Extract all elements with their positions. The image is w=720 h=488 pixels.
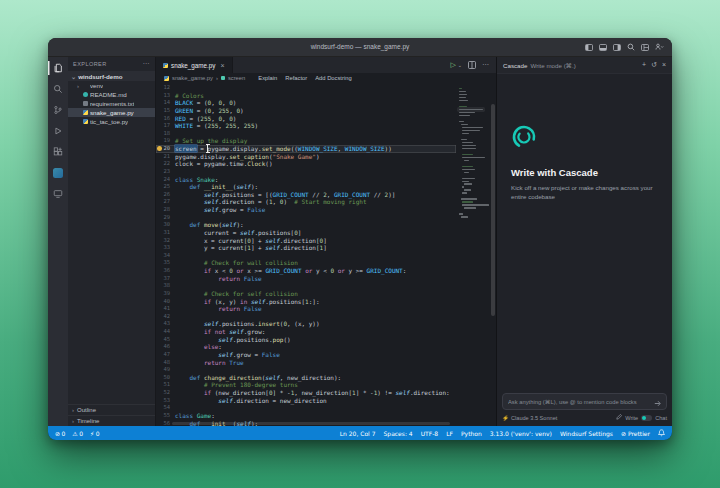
editor-more-actions-icon[interactable]: ⋯ <box>482 61 489 69</box>
code-line-13[interactable]: 13# Colors <box>156 92 456 100</box>
status-utf-8[interactable]: UTF-8 <box>421 430 439 437</box>
explorer-more-actions-icon[interactable]: ⋯ <box>143 60 150 68</box>
code-line-26[interactable]: 26 self.positions = [(GRID_COUNT // 2, G… <box>156 191 456 199</box>
code-editor[interactable]: 12 13# Colors14BLACK = (0, 0, 0)15GREEN … <box>156 83 496 426</box>
code-line-35[interactable]: 35 # Check for wall collision <box>156 259 456 267</box>
status-lf[interactable]: LF <box>446 430 453 437</box>
explorer-icon[interactable] <box>48 61 68 75</box>
code-line-17[interactable]: 17WHITE = (255, 255, 255) <box>156 122 456 130</box>
status-3-13-0-venv-venv[interactable]: 3.13.0 ('venv': venv) <box>490 430 552 437</box>
code-line-42[interactable]: 42 <box>156 313 456 321</box>
code-line-41[interactable]: 41 return False <box>156 305 456 313</box>
status-warnings[interactable]: ⚠0 <box>72 430 83 437</box>
code-line-16[interactable]: 16RED = (255, 0, 0) <box>156 115 456 123</box>
code-line-48[interactable]: 48 return True <box>156 359 456 367</box>
file-item-snake_game.py[interactable]: snake_game.py <box>68 108 155 117</box>
code-line-12[interactable]: 12 <box>156 84 456 92</box>
code-line-14[interactable]: 14BLACK = (0, 0, 0) <box>156 99 456 107</box>
cascade-new-chat-icon[interactable]: + <box>642 61 646 69</box>
write-mode-label[interactable]: Write <box>625 415 638 421</box>
code-line-37[interactable]: 37 return False <box>156 275 456 283</box>
code-line-25[interactable]: 25 def __init__(self): <box>156 183 456 191</box>
workspace-root-folder[interactable]: ⌄ windsurf-demo <box>68 71 155 81</box>
status-windsurf-settings[interactable]: Windsurf Settings <box>560 430 613 437</box>
status-prettier[interactable]: ⊘ Prettier <box>621 430 650 437</box>
code-line-45[interactable]: 45 self.positions.pop() <box>156 336 456 344</box>
run-debug-icon[interactable] <box>48 124 68 138</box>
chat-mode-label[interactable]: Chat <box>655 415 667 421</box>
code-line-39[interactable]: 39 # Check for self collision <box>156 290 456 298</box>
lens-action-add-docstring[interactable]: Add Docstring <box>315 75 351 81</box>
file-item-venv[interactable]: ›venv <box>68 81 155 90</box>
split-editor-icon[interactable] <box>468 61 476 70</box>
code-line-44[interactable]: 44 if not self.grow: <box>156 328 456 336</box>
code-line-36[interactable]: 36 if x < 0 or x >= GRID_COUNT or y < 0 … <box>156 267 456 275</box>
code-line-49[interactable]: 49 <box>156 366 456 374</box>
code-line-50[interactable]: 50 def change_direction(self, new_direct… <box>156 374 456 382</box>
lightbulb-icon[interactable] <box>157 146 162 151</box>
code-line-23[interactable]: 23 <box>156 168 456 176</box>
code-line-20[interactable]: 20screen = pygame.display.set_mode((WIND… <box>156 145 456 153</box>
search-icon[interactable] <box>627 43 635 51</box>
code-line-21[interactable]: 21pygame.display.set_caption("Snake Game… <box>156 153 456 161</box>
lens-action-refactor[interactable]: Refactor <box>285 75 307 81</box>
code-line-30[interactable]: 30 def move(self): <box>156 221 456 229</box>
lens-action-explain[interactable]: Explain <box>258 75 277 81</box>
code-line-28[interactable]: 28 self.grow = False <box>156 206 456 214</box>
customize-layout-icon[interactable] <box>641 44 649 51</box>
model-selector[interactable]: ⚡ Claude 3.5 Sonnet <box>502 415 557 421</box>
mode-toggle[interactable] <box>641 415 652 421</box>
code-line-33[interactable]: 33 y = current[1] + self.direction[1] <box>156 244 456 252</box>
code-line-22[interactable]: 22clock = pygame.time.Clock() <box>156 160 456 168</box>
code-line-15[interactable]: 15GREEN = (0, 255, 0) <box>156 107 456 115</box>
cascade-input[interactable]: Ask anything (⌘L), use @ to mention code… <box>502 393 667 410</box>
code-line-31[interactable]: 31 current = self.positions[0] <box>156 229 456 237</box>
status-errors[interactable]: ⊘0 <box>55 430 65 437</box>
status-ln-20-col-7[interactable]: Ln 20, Col 7 <box>340 430 376 437</box>
code-line-24[interactable]: 24class Snake: <box>156 176 456 184</box>
file-item-requirements.txt[interactable]: requirements.txt <box>68 99 155 108</box>
code-line-52[interactable]: 52 if (new_direction[0] * -1, new_direct… <box>156 389 456 397</box>
account-menu-icon[interactable] <box>655 43 664 51</box>
code-line-51[interactable]: 51 # Prevent 180-degree turns <box>156 381 456 389</box>
extensions-icon[interactable] <box>48 145 68 159</box>
source-control-icon[interactable] <box>48 103 68 117</box>
run-dropdown-icon[interactable]: ⌄ <box>458 62 462 68</box>
minimap[interactable] <box>459 85 489 219</box>
code-line-27[interactable]: 27 self.direction = (1, 0) # Start movin… <box>156 198 456 206</box>
code-line-54[interactable]: 54 <box>156 404 456 412</box>
code-line-43[interactable]: 43 self.positions.insert(0, (x, y)) <box>156 320 456 328</box>
cascade-history-icon[interactable]: ↺ <box>651 61 657 69</box>
vertical-scrollbar[interactable] <box>491 83 495 426</box>
section-outline[interactable]: ›Outline <box>68 404 155 415</box>
tab-close-icon[interactable]: × <box>220 62 224 69</box>
breadcrumb-symbol[interactable]: screen <box>228 75 245 81</box>
tab-snake-game[interactable]: snake_game.py × <box>156 57 233 73</box>
run-python-file-icon[interactable]: ▷ <box>450 61 455 69</box>
code-line-32[interactable]: 32 x = current[0] + self.direction[0] <box>156 237 456 245</box>
windsurf-plugin-icon[interactable] <box>48 166 68 180</box>
toggle-panel-icon[interactable] <box>599 44 607 51</box>
remote-explorer-icon[interactable] <box>48 187 68 201</box>
code-line-38[interactable]: 38 <box>156 282 456 290</box>
code-line-40[interactable]: 40 if (x, y) in self.positions[1:]: <box>156 298 456 306</box>
toggle-sidebar-left-icon[interactable] <box>585 44 593 51</box>
horizontal-scrollbar[interactable] <box>172 422 450 425</box>
cascade-close-icon[interactable]: × <box>662 61 666 69</box>
search-view-icon[interactable] <box>48 82 68 96</box>
status-spaces-4[interactable]: Spaces: 4 <box>384 430 413 437</box>
breadcrumb-file[interactable]: snake_game.py <box>172 75 213 81</box>
notifications-bell-icon[interactable] <box>658 429 665 438</box>
code-line-47[interactable]: 47 self.grow = False <box>156 351 456 359</box>
code-line-53[interactable]: 53 self.direction = new_direction <box>156 397 456 405</box>
code-line-46[interactable]: 46 else: <box>156 343 456 351</box>
send-icon[interactable] <box>654 393 661 411</box>
code-line-18[interactable]: 18 <box>156 130 456 138</box>
status-usage[interactable]: ⚡0 <box>90 430 100 437</box>
file-item-README.md[interactable]: README.md <box>68 90 155 99</box>
file-item-tic_tac_toe.py[interactable]: tic_tac_toe.py <box>68 117 155 126</box>
status-python[interactable]: Python <box>461 430 482 437</box>
toggle-sidebar-right-icon[interactable] <box>613 44 621 51</box>
code-line-34[interactable]: 34 <box>156 252 456 260</box>
code-line-19[interactable]: 19# Set up the display <box>156 137 456 145</box>
